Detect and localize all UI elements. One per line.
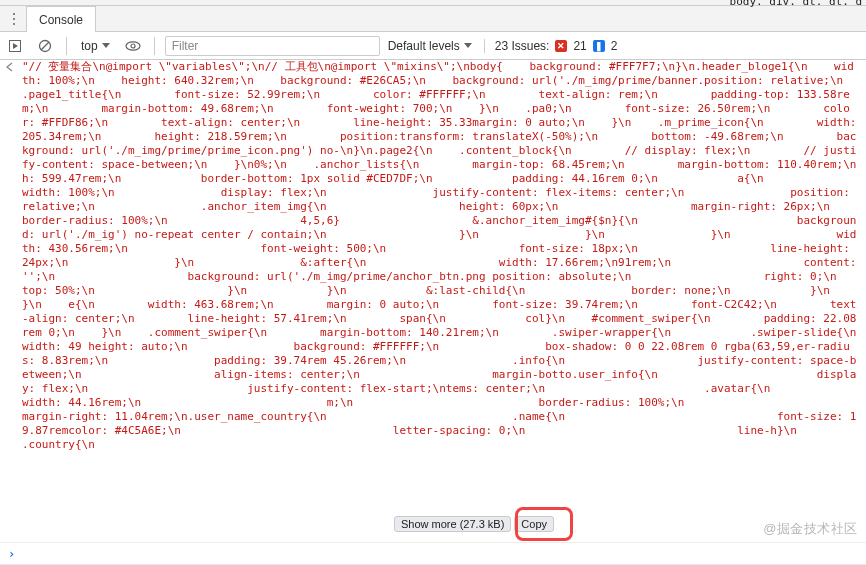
context-selector[interactable]: top [77, 38, 114, 54]
execute-icon[interactable] [4, 35, 26, 57]
filter-input[interactable]: Filter [165, 36, 380, 56]
console-toolbar: top Filter Default levels 23 Issues: ✕ 2… [0, 32, 866, 60]
expand-caret-icon[interactable] [6, 60, 22, 452]
divider [66, 37, 67, 55]
log-levels-selector[interactable]: Default levels [388, 39, 472, 53]
info-badge-icon: ❚ [593, 40, 605, 52]
window-fragment: body. div. dt. dt. d [0, 0, 866, 6]
svg-line-2 [41, 42, 49, 50]
chevron-down-icon [464, 43, 472, 48]
info-count: 2 [611, 39, 618, 53]
more-icon[interactable] [4, 6, 24, 32]
error-badge-icon: ✕ [555, 40, 567, 52]
svg-point-4 [131, 44, 135, 48]
error-count: 21 [573, 39, 586, 53]
console-prompt[interactable]: › [0, 542, 866, 564]
context-label: top [81, 39, 98, 53]
panel-tabbar: Console [0, 6, 866, 32]
divider [154, 37, 155, 55]
clear-console-icon[interactable] [34, 35, 56, 57]
show-more-button[interactable]: Show more (27.3 kB) [394, 516, 511, 532]
watermark: @掘金技术社区 [763, 520, 858, 538]
filter-placeholder: Filter [172, 39, 199, 53]
copy-button[interactable]: Copy [514, 516, 554, 532]
levels-label: Default levels [388, 39, 460, 53]
code-fragment: body. div. dt. dt. d [730, 0, 862, 8]
issues-label: 23 Issues: [495, 39, 550, 53]
prompt-caret-icon: › [8, 547, 15, 561]
chevron-down-icon [102, 43, 110, 48]
live-expression-icon[interactable] [122, 35, 144, 57]
log-entry: '' "// 变量集合\n@import \"variables\";\n// … [0, 60, 866, 452]
log-message[interactable]: "// 变量集合\n@import \"variables\";\n// 工具包… [22, 60, 860, 452]
svg-point-3 [126, 41, 140, 49]
log-actions: Show more (27.3 kB) Copy [394, 516, 554, 532]
issues-summary[interactable]: 23 Issues: ✕ 21 ❚ 2 [484, 39, 618, 53]
tab-console[interactable]: Console [26, 6, 96, 32]
console-output: '' "// 变量集合\n@import \"variables\";\n// … [0, 60, 866, 565]
